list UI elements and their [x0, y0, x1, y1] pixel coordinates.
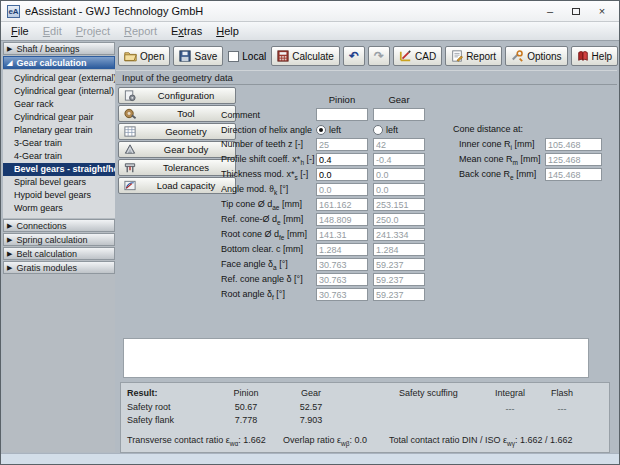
ref-cone-gear-input[interactable] [373, 213, 425, 226]
comment-gear-input[interactable] [373, 108, 425, 121]
result-panel: Result: Pinion Gear Safety scuffing Inte… [120, 382, 610, 453]
sidebar-section-spring-calculation[interactable]: ▶Spring calculation [3, 233, 115, 246]
result-flash-header: Flash [539, 388, 585, 398]
back-cone-label: Back cone Re [mm] [453, 169, 545, 181]
tip-cone-gear-input[interactable] [373, 198, 425, 211]
window-title: eAssistant - GWJ Technology GmbH [25, 5, 203, 17]
local-checkbox-group: Local [226, 51, 268, 62]
local-checkbox[interactable] [228, 51, 239, 62]
help-button[interactable]: Help [571, 46, 619, 66]
local-checkbox-label: Local [242, 51, 266, 62]
safety-flank-gear-value: 7.903 [281, 415, 341, 425]
menu-bar: File Edit Project Report Extras Help [1, 22, 619, 41]
undo-button[interactable]: ↶ [343, 46, 365, 66]
form-row-comment: Comment [221, 107, 611, 122]
module-sidebar: ▶Shaft / bearings ◢Gear calculation Cyli… [3, 42, 115, 452]
menu-help[interactable]: Help [209, 23, 246, 39]
safety-flank-pinion-value: 7.778 [216, 415, 276, 425]
mean-cone-input[interactable] [545, 153, 602, 166]
tolerances-icon [123, 161, 137, 174]
profile-shift-gear-input[interactable] [373, 153, 425, 166]
menu-extras[interactable]: Extras [164, 23, 209, 39]
load-capacity-button[interactable]: Load capacity [118, 177, 236, 194]
undo-icon: ↶ [349, 50, 359, 62]
bottom-clearance-gear-input[interactable] [373, 243, 425, 256]
profile-shift-pinion-input[interactable] [316, 153, 368, 166]
thickness-mod-pinion-input[interactable] [316, 168, 368, 181]
configuration-button[interactable]: Configuration [118, 87, 236, 104]
sidebar-item-worm-gears[interactable]: Worm gears [3, 202, 115, 215]
pinion-helix-left-radio[interactable] [316, 125, 326, 135]
minimize-button[interactable]: – [539, 4, 561, 19]
maximize-button[interactable] [565, 4, 587, 19]
transverse-contact-ratio: Transverse contact ratio εwα: 1.662 [127, 435, 266, 447]
tip-cone-pinion-input[interactable] [316, 198, 368, 211]
sidebar-item-cylindrical-gear-pair[interactable]: Cylindrical gear pair [3, 111, 115, 124]
title-bar: eA eAssistant - GWJ Technology GmbH – × [1, 1, 619, 22]
inner-cone-input[interactable] [545, 138, 602, 151]
sidebar-item-4-gear-train[interactable]: 4-Gear train [3, 150, 115, 163]
gear-calculation-list: Cylindrical gear (external) Cylindrical … [3, 70, 115, 218]
sidebar-item-3-gear-train[interactable]: 3-Gear train [3, 137, 115, 150]
pinion-helix-left-label: left [329, 125, 341, 135]
bottom-clearance-pinion-input[interactable] [316, 243, 368, 256]
cad-drawing-icon [399, 50, 412, 62]
comment-pinion-input[interactable] [316, 108, 368, 121]
teeth-gear-input[interactable] [373, 138, 425, 151]
face-angle-pinion-input[interactable] [316, 258, 368, 271]
back-cone-input[interactable] [545, 168, 602, 181]
face-angle-gear-input[interactable] [373, 258, 425, 271]
form-row-bottom-clearance: Bottom clear. c [mm] [221, 242, 611, 257]
menu-file[interactable]: File [4, 23, 36, 39]
angle-mod-pinion-input[interactable] [316, 183, 368, 196]
angle-mod-gear-input[interactable] [373, 183, 425, 196]
options-button[interactable]: Options [505, 46, 567, 66]
sidebar-item-gear-rack[interactable]: Gear rack [3, 98, 115, 111]
message-box [123, 338, 589, 378]
tool-button[interactable]: Tool [118, 105, 236, 122]
sidebar-item-cylindrical-gear-external[interactable]: Cylindrical gear (external) [3, 72, 115, 85]
result-pinion-header: Pinion [216, 388, 276, 398]
sidebar-item-cylindrical-gear-internal[interactable]: Cylindrical gear (internal) [3, 85, 115, 98]
cad-button[interactable]: CAD [393, 46, 442, 66]
gear-helix-left-radio[interactable] [373, 125, 383, 135]
open-button[interactable]: Open [118, 46, 170, 66]
gear-body-button[interactable]: Gear body [118, 141, 236, 158]
report-button[interactable]: Report [445, 46, 502, 66]
sidebar-item-bevel-gears[interactable]: Bevel gears - straight/heli... [3, 163, 115, 176]
root-cone-gear-input[interactable] [373, 228, 425, 241]
safety-root-flash-value: --- [539, 404, 585, 414]
form-row-angle-mod: Angle mod. ϑk [°] [221, 182, 611, 197]
root-angle-gear-input[interactable] [373, 288, 425, 301]
sidebar-item-hypoid-bevel-gears[interactable]: Hypoid bevel gears [3, 189, 115, 202]
ref-cone-angle-pinion-input[interactable] [316, 273, 368, 286]
sidebar-item-spiral-bevel-gears[interactable]: Spiral bevel gears [3, 176, 115, 189]
sidebar-section-shaft-bearings[interactable]: ▶Shaft / bearings [3, 42, 115, 55]
column-headers: Pinion Gear [221, 92, 611, 107]
tolerances-button[interactable]: Tolerances [118, 159, 236, 176]
save-button[interactable]: Save [173, 46, 223, 66]
sidebar-section-gratis-modules[interactable]: ▶Gratis modules [3, 261, 115, 274]
root-angle-pinion-input[interactable] [316, 288, 368, 301]
menu-project: Project [69, 23, 117, 39]
teeth-pinion-input[interactable] [316, 138, 368, 151]
inner-cone-row: Inner cone Ri [mm] [453, 137, 609, 152]
sidebar-section-belt-calculation[interactable]: ▶Belt calculation [3, 247, 115, 260]
sidebar-item-planetary-gear-train[interactable]: Planetary gear train [3, 124, 115, 137]
geometry-button[interactable]: Geometry [118, 123, 236, 140]
calculate-button[interactable]: Calculate [271, 46, 340, 66]
sidebar-section-connections[interactable]: ▶Connections [3, 219, 115, 232]
status-bar [1, 453, 619, 464]
safety-root-integral-value: --- [481, 404, 539, 414]
ref-cone-label: Ref. cone-Ø de [mm] [221, 214, 316, 226]
chevron-right-icon: ▶ [7, 264, 12, 271]
ref-cone-angle-gear-input[interactable] [373, 273, 425, 286]
thickness-mod-gear-input[interactable] [373, 168, 425, 181]
sidebar-section-gear-calculation[interactable]: ◢Gear calculation [3, 56, 115, 69]
close-button[interactable]: × [591, 4, 613, 19]
gear-column-header: Gear [373, 94, 425, 105]
redo-button: ↷ [368, 46, 390, 66]
root-cone-pinion-input[interactable] [316, 228, 368, 241]
report-document-icon [451, 50, 463, 62]
ref-cone-pinion-input[interactable] [316, 213, 368, 226]
